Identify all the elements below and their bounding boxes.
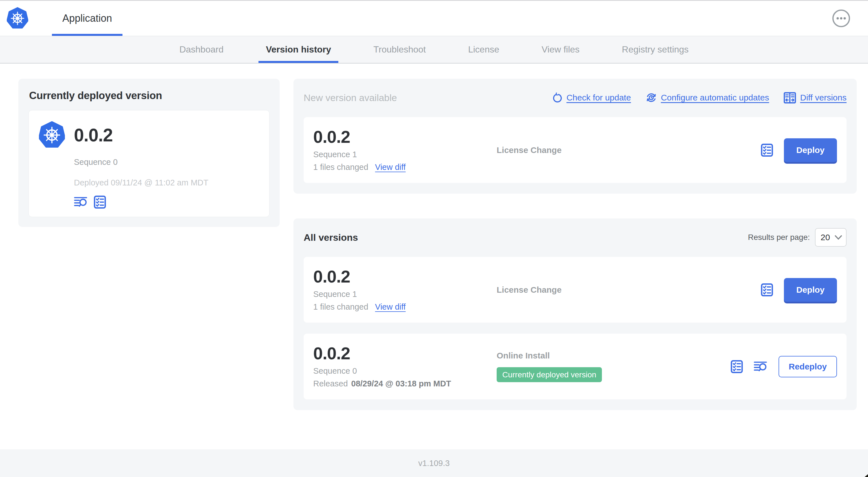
app-tab-active-underline (52, 34, 122, 36)
version-source-label: License Change (497, 285, 761, 295)
logs-icon (754, 361, 768, 372)
current-version-label: 0.0.2 (74, 125, 113, 146)
diff-icon (784, 92, 796, 103)
preflight-checks-button[interactable] (761, 283, 773, 297)
results-per-page-value: 20 (820, 233, 830, 242)
files-changed-label: 1 files changed (313, 162, 368, 172)
sequence-label: Sequence 0 (313, 366, 497, 376)
app-title: Application (62, 12, 112, 24)
kubernetes-app-icon (39, 121, 65, 149)
new-version-panel: New version available Check for update C… (293, 79, 857, 193)
more-options-button[interactable] (832, 9, 850, 28)
right-column: New version available Check for update C… (293, 79, 857, 410)
results-per-page-label: Results per page: (748, 233, 810, 242)
check-update-refresh-icon (552, 93, 562, 103)
all-versions-panel: All versions Results per page: 20 (293, 218, 857, 410)
preflight-checklist-icon (731, 360, 743, 374)
configure-automatic-updates-link[interactable]: Configure automatic updates (646, 92, 769, 103)
new-version-title: New version available (304, 92, 397, 103)
deploy-button[interactable]: Deploy (784, 138, 837, 162)
tab-dashboard[interactable]: Dashboard (172, 36, 231, 63)
app-window: Application Dashboard Version history Tr… (0, 0, 868, 477)
view-diff-link[interactable]: View diff (375, 302, 406, 311)
version-label: 0.0.2 (313, 128, 497, 146)
view-logs-button[interactable] (754, 361, 768, 372)
sequence-label: Sequence 1 (313, 290, 497, 299)
chevron-down-icon (835, 235, 842, 240)
cursor-artifact (865, 474, 868, 477)
app-header: Application (0, 1, 868, 36)
files-changed-label: 1 files changed (313, 302, 368, 311)
current-sequence-label: Sequence 0 (74, 157, 259, 167)
logs-icon (74, 197, 88, 208)
tab-version-history[interactable]: Version history (258, 36, 338, 63)
page-tabs: Dashboard Version history Troubleshoot L… (0, 36, 868, 63)
preflight-checklist-icon (761, 283, 773, 297)
footer: v1.109.3 (0, 449, 868, 477)
tab-registry-settings[interactable]: Registry settings (615, 36, 696, 63)
currently-deployed-badge: Currently deployed version (497, 367, 602, 382)
results-per-page-select[interactable]: 20 (815, 228, 846, 247)
tab-troubleshoot[interactable]: Troubleshoot (366, 36, 433, 63)
version-row: 0.0.2 Sequence 0 Released08/29/24 @ 03:1… (304, 334, 846, 399)
tab-license[interactable]: License (461, 36, 506, 63)
version-source-label: Online Install (497, 351, 731, 360)
released-timestamp: 08/29/24 @ 03:18 pm MDT (351, 379, 451, 388)
preflight-checks-button[interactable] (731, 360, 743, 374)
version-label: 0.0.2 (313, 268, 497, 286)
kubernetes-logo-icon (7, 7, 28, 30)
preflight-checklist-icon (761, 143, 773, 157)
currently-deployed-panel: Currently deployed version 0.0.2 Sequenc… (18, 79, 280, 227)
sequence-label: Sequence 1 (313, 150, 497, 159)
tab-view-files[interactable]: View files (534, 36, 587, 63)
preflight-checks-button[interactable] (761, 143, 773, 157)
current-deployed-timestamp: Deployed 09/11/24 @ 11:02 am MDT (74, 178, 259, 187)
redeploy-button[interactable]: Redeploy (779, 356, 837, 377)
all-versions-title: All versions (304, 232, 358, 243)
version-row: 0.0.2 Sequence 1 1 files changed View di… (304, 257, 846, 323)
view-logs-button[interactable] (74, 197, 88, 208)
diff-versions-link[interactable]: Diff versions (784, 92, 846, 103)
version-source-label: License Change (497, 145, 761, 155)
new-version-row: 0.0.2 Sequence 1 1 files changed View di… (304, 117, 846, 183)
preflight-checklist-icon (94, 195, 106, 209)
released-label: Released (313, 379, 348, 388)
check-for-update-link[interactable]: Check for update (552, 93, 631, 103)
currently-deployed-card: 0.0.2 Sequence 0 Deployed 09/11/24 @ 11:… (29, 110, 270, 217)
main-content: Currently deployed version 0.0.2 Sequenc… (18, 79, 857, 410)
console-version-label: v1.109.3 (418, 459, 450, 468)
auto-update-clock-icon (646, 92, 657, 103)
preflight-checks-button[interactable] (94, 195, 106, 209)
currently-deployed-title: Currently deployed version (29, 90, 270, 101)
view-diff-link[interactable]: View diff (375, 162, 406, 172)
ellipsis-icon (832, 9, 850, 28)
version-label: 0.0.2 (313, 345, 497, 362)
app-tab[interactable]: Application (52, 1, 122, 36)
deploy-button[interactable]: Deploy (784, 278, 837, 302)
